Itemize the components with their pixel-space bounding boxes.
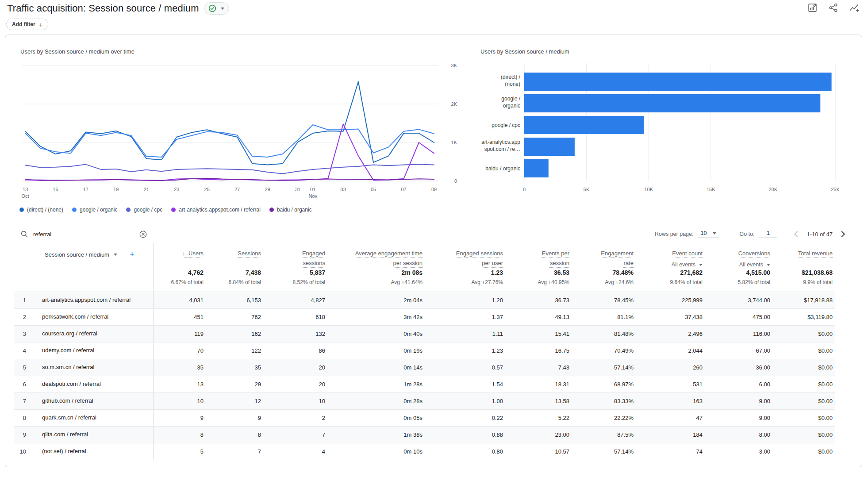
row-metric-value: 35 bbox=[206, 359, 264, 376]
bar-category-label: (direct) / bbox=[501, 74, 521, 80]
dimension-header-label: Session source / medium bbox=[45, 251, 109, 258]
row-rank: 9 bbox=[14, 427, 36, 443]
row-metric-value: 116.00 bbox=[705, 326, 773, 342]
total-value: 36.53 bbox=[506, 269, 569, 276]
chevron-down-icon bbox=[713, 232, 716, 235]
column-header-line: Event count bbox=[636, 249, 703, 258]
total-engagement-rate: 78.48%Avg +24.6% bbox=[572, 268, 636, 292]
column-header-avg-engagement-time[interactable]: Average engagement timeper session bbox=[328, 243, 425, 268]
total-value: 271,682 bbox=[636, 269, 703, 276]
column-header-line: Average engagement time bbox=[328, 249, 422, 258]
dimension-header[interactable]: Session source / medium + bbox=[14, 243, 153, 268]
row-metric-value: 1.20 bbox=[425, 292, 506, 309]
row-metric-value: 9 bbox=[206, 410, 264, 427]
total-subtext: 5.82% of total bbox=[705, 279, 770, 285]
legend-label: google / cpc bbox=[134, 207, 162, 213]
check-circle-icon bbox=[208, 4, 216, 12]
source-medium-label: (not set) / referral bbox=[42, 445, 136, 458]
row-metric-value: 2 bbox=[264, 410, 328, 427]
row-rank: 7 bbox=[14, 393, 36, 410]
rows-per-page-select[interactable]: 10 bbox=[698, 230, 719, 238]
x-axis-month-label: Oct bbox=[21, 193, 29, 199]
column-header-users[interactable]: ↓ Users bbox=[153, 243, 206, 268]
row-metric-value: 1.11 bbox=[425, 326, 506, 342]
row-metric-value: 2,496 bbox=[636, 326, 705, 342]
insights-icon[interactable] bbox=[849, 3, 859, 13]
bar-category-label: baidu / organic bbox=[485, 165, 520, 172]
previous-page-icon[interactable] bbox=[794, 231, 800, 237]
row-rank: 8 bbox=[14, 410, 36, 427]
row-metric-value: $0.00 bbox=[773, 342, 835, 359]
x-axis-tick: 29 bbox=[265, 187, 270, 192]
legend-label: art-analytics.appspot.com / referral bbox=[179, 207, 261, 213]
column-header-line: Total revenue bbox=[773, 249, 833, 258]
bar-x-axis-tick: 10K bbox=[644, 187, 653, 192]
total-value: 4,515.00 bbox=[705, 269, 770, 276]
add-dimension-button[interactable]: + bbox=[130, 250, 134, 259]
bar-x-axis-tick: 5K bbox=[584, 187, 590, 192]
column-header-engaged-sessions-per-user[interactable]: Engaged sessionsper user bbox=[425, 243, 506, 268]
total-value: 78.48% bbox=[572, 269, 634, 276]
row-metric-value: 7.43 bbox=[506, 359, 572, 376]
column-header-events-per-session[interactable]: Events persession bbox=[506, 243, 572, 268]
column-event-filter[interactable]: All events bbox=[705, 262, 770, 268]
column-header-total-revenue[interactable]: Total revenue bbox=[773, 243, 835, 268]
table-row: 7github.com / referral1012100m 28s1.0013… bbox=[14, 393, 835, 410]
traffic-table: Session source / medium + ↓ UsersSession… bbox=[14, 243, 835, 460]
clear-search-icon[interactable] bbox=[139, 230, 147, 238]
add-filter-button[interactable]: Add filter + bbox=[6, 19, 48, 30]
x-axis-month-label: Nov bbox=[308, 193, 317, 199]
goto-page-input[interactable]: 1 bbox=[759, 230, 777, 238]
bar-x-axis-tick: 25K bbox=[831, 187, 840, 192]
next-page-icon[interactable] bbox=[839, 231, 845, 237]
column-header-conversions[interactable]: ConversionsAll events bbox=[705, 243, 773, 268]
row-metric-value: 122 bbox=[206, 342, 264, 359]
column-header-event-count[interactable]: Event countAll events bbox=[636, 243, 705, 268]
column-header-engaged-sessions[interactable]: Engagedsessions bbox=[264, 243, 328, 268]
row-metric-value: 0m 05s bbox=[328, 410, 425, 427]
source-medium-label: so.m.sm.cn / referral bbox=[42, 361, 136, 374]
bar-5 bbox=[524, 159, 549, 177]
total-subtext: Avg +40.95% bbox=[506, 279, 569, 285]
total-value: 1.23 bbox=[425, 269, 503, 276]
legend-dot-icon bbox=[171, 208, 176, 212]
customize-report-icon[interactable] bbox=[807, 3, 818, 13]
total-subtext: 9.9% of total bbox=[773, 279, 833, 285]
column-header-engagement-rate[interactable]: Engagementrate bbox=[572, 243, 636, 268]
table-row: 5so.m.sm.cn / referral3535200m 14s0.577.… bbox=[14, 359, 835, 376]
column-header-line: Engagement bbox=[572, 249, 634, 258]
row-metric-value: 1.00 bbox=[425, 393, 506, 410]
report-status-dropdown[interactable] bbox=[204, 2, 229, 15]
row-metric-value: 1.37 bbox=[425, 309, 506, 326]
total-subtext: Avg +41.64% bbox=[328, 279, 422, 285]
row-metric-value: 23.00 bbox=[506, 427, 572, 443]
table-header-row: Session source / medium + ↓ UsersSession… bbox=[14, 243, 835, 268]
source-medium-label: quark.sm.cn / referral bbox=[42, 412, 136, 424]
totals-spacer bbox=[14, 268, 153, 292]
row-metric-value: 5 bbox=[153, 443, 206, 460]
bar-category-label: spot.com / re… bbox=[484, 146, 520, 152]
row-metric-value: 20 bbox=[264, 376, 328, 393]
total-engaged-sessions: 5,8378.52% of total bbox=[264, 268, 328, 292]
line-series bbox=[25, 125, 434, 157]
row-rank: 1 bbox=[14, 292, 36, 309]
row-metric-value: 1m 28s bbox=[328, 376, 425, 393]
total-avg-engagement-time: 2m 08sAvg +41.64% bbox=[328, 268, 425, 292]
x-axis-tick: 21 bbox=[144, 187, 149, 192]
column-header-line: per session bbox=[328, 258, 422, 268]
x-axis-tick: 23 bbox=[174, 187, 179, 192]
share-icon[interactable] bbox=[828, 3, 838, 13]
table-row: 3coursera.org / referral1191621320m 40s1… bbox=[14, 326, 835, 342]
total-total-revenue: $21,038.689.9% of total bbox=[773, 268, 835, 292]
column-header-line: Conversions bbox=[705, 249, 770, 258]
x-axis-tick: 07 bbox=[401, 187, 406, 192]
column-header-sessions[interactable]: Sessions bbox=[206, 243, 264, 268]
search-input[interactable] bbox=[32, 231, 135, 238]
row-metric-value: 67.00 bbox=[705, 342, 773, 359]
legend-dot-icon bbox=[72, 208, 77, 212]
table-row: 8quark.sm.cn / referral9920m 05s0.225.22… bbox=[14, 410, 835, 427]
row-metric-value: 0.80 bbox=[425, 443, 506, 460]
row-metric-value: 10.57 bbox=[506, 443, 572, 460]
row-metric-value: $0.00 bbox=[773, 410, 835, 427]
column-event-filter[interactable]: All events bbox=[636, 262, 703, 268]
